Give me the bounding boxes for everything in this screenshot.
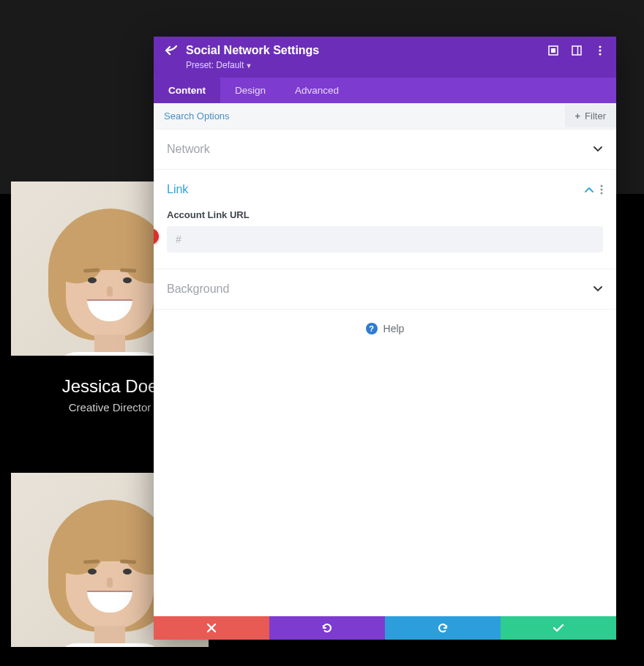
section-options-icon[interactable] xyxy=(600,184,603,195)
modal-header: Social Network Settings Preset: Default▼ xyxy=(154,37,616,78)
modal-tabs: Content Design Advanced xyxy=(154,78,616,103)
redo-icon xyxy=(437,622,449,634)
chevron-up-icon xyxy=(584,187,594,192)
tab-design[interactable]: Design xyxy=(220,78,280,103)
step-marker: 1 xyxy=(154,228,159,244)
back-button[interactable] xyxy=(164,45,179,56)
svg-point-7 xyxy=(601,185,603,187)
section-background[interactable]: Background xyxy=(154,269,616,309)
field-label: Account Link URL xyxy=(167,209,603,220)
panel-icon[interactable] xyxy=(571,45,583,56)
search-input[interactable] xyxy=(154,103,565,129)
svg-point-5 xyxy=(599,49,601,51)
plus-icon: + xyxy=(575,111,581,121)
svg-rect-2 xyxy=(572,46,581,55)
undo-icon xyxy=(321,622,333,634)
help-link[interactable]: ? Help xyxy=(154,310,616,348)
undo-button[interactable] xyxy=(269,616,385,640)
close-icon xyxy=(206,623,217,633)
section-link[interactable]: Link xyxy=(154,170,616,209)
svg-point-4 xyxy=(599,45,601,48)
redo-button[interactable] xyxy=(385,616,501,640)
search-row: + Filter xyxy=(154,103,616,130)
modal-footer xyxy=(154,616,616,640)
modal-title: Social Network Settings xyxy=(186,44,547,57)
svg-rect-1 xyxy=(551,48,555,53)
kebab-menu-icon[interactable] xyxy=(594,45,606,56)
chevron-down-icon xyxy=(593,146,603,152)
svg-point-8 xyxy=(601,189,603,191)
section-network[interactable]: Network xyxy=(154,130,616,169)
tab-advanced[interactable]: Advanced xyxy=(280,78,353,103)
account-link-input[interactable] xyxy=(167,226,603,252)
svg-point-6 xyxy=(599,53,601,55)
help-icon: ? xyxy=(366,323,378,334)
settings-modal: Social Network Settings Preset: Default▼… xyxy=(154,37,616,640)
preset-selector[interactable]: Preset: Default▼ xyxy=(186,60,606,70)
save-button[interactable] xyxy=(501,616,616,640)
check-icon xyxy=(553,624,564,632)
tab-content[interactable]: Content xyxy=(154,78,220,103)
svg-point-9 xyxy=(601,192,603,195)
cancel-button[interactable] xyxy=(154,616,269,640)
filter-button[interactable]: + Filter xyxy=(565,105,616,127)
expand-icon[interactable] xyxy=(547,45,559,56)
chevron-down-icon xyxy=(593,286,603,292)
